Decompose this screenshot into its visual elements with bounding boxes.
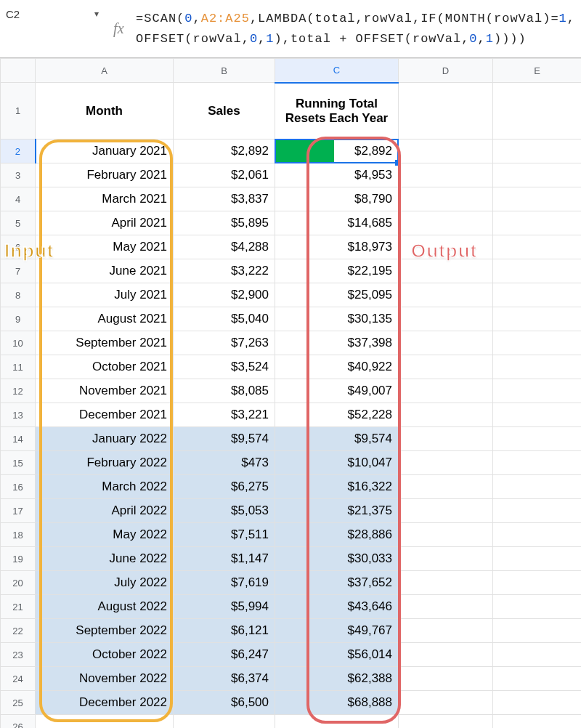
- cell-E5[interactable]: [493, 211, 582, 235]
- cell-C18[interactable]: $28,886: [275, 523, 399, 547]
- cell-D20[interactable]: [399, 571, 493, 595]
- row-header-9[interactable]: 9: [1, 307, 36, 331]
- cell-A9[interactable]: August 2021: [36, 307, 174, 331]
- row-header-3[interactable]: 3: [1, 163, 36, 187]
- column-header-D[interactable]: D: [399, 59, 493, 83]
- cell-E16[interactable]: [493, 475, 582, 499]
- row-header-17[interactable]: 17: [1, 499, 36, 523]
- cell-A22[interactable]: September 2022: [36, 619, 174, 643]
- column-header-B[interactable]: B: [174, 59, 275, 83]
- cell-D4[interactable]: [399, 187, 493, 211]
- cell-E12[interactable]: [493, 379, 582, 403]
- row-header-20[interactable]: 20: [1, 571, 36, 595]
- row-header-10[interactable]: 10: [1, 331, 36, 355]
- sheet-grid[interactable]: ABCDE 1MonthSalesRunning Total Resets Ea…: [0, 58, 581, 728]
- cell-D2[interactable]: [399, 139, 493, 163]
- cell-A3[interactable]: February 2021: [36, 163, 174, 187]
- row-header-4[interactable]: 4: [1, 187, 36, 211]
- row-header-11[interactable]: 11: [1, 355, 36, 379]
- cell-A7[interactable]: June 2021: [36, 259, 174, 283]
- cell-C10[interactable]: $37,398: [275, 331, 399, 355]
- cell-C4[interactable]: $8,790: [275, 187, 399, 211]
- cell-D7[interactable]: [399, 259, 493, 283]
- cell-D12[interactable]: [399, 379, 493, 403]
- row-header-23[interactable]: 23: [1, 643, 36, 667]
- cell-E19[interactable]: [493, 547, 582, 571]
- cell-B6[interactable]: $4,288: [174, 235, 275, 259]
- cell-E23[interactable]: [493, 643, 582, 667]
- cell-D6[interactable]: [399, 235, 493, 259]
- fill-handle[interactable]: [395, 160, 401, 166]
- cell-C17[interactable]: $21,375: [275, 499, 399, 523]
- cell-B7[interactable]: $3,222: [174, 259, 275, 283]
- cell-C14[interactable]: $9,574: [275, 427, 399, 451]
- cell-E8[interactable]: [493, 283, 582, 307]
- row-header-1[interactable]: 1: [1, 83, 36, 139]
- cell-D16[interactable]: [399, 475, 493, 499]
- cell-B20[interactable]: $7,619: [174, 571, 275, 595]
- column-header-C[interactable]: C: [275, 59, 399, 83]
- cell-A14[interactable]: January 2022: [36, 427, 174, 451]
- row-header-14[interactable]: 14: [1, 427, 36, 451]
- cell-E6[interactable]: [493, 235, 582, 259]
- cell-B3[interactable]: $2,061: [174, 163, 275, 187]
- cell-A25[interactable]: December 2022: [36, 691, 174, 715]
- cell-D24[interactable]: [399, 667, 493, 691]
- cell-C15[interactable]: $10,047: [275, 451, 399, 475]
- cell-B9[interactable]: $5,040: [174, 307, 275, 331]
- cell-B21[interactable]: $5,994: [174, 595, 275, 619]
- name-box-dropdown-icon[interactable]: ▾: [94, 9, 99, 19]
- row-header-16[interactable]: 16: [1, 475, 36, 499]
- cell-A20[interactable]: July 2022: [36, 571, 174, 595]
- cell-A16[interactable]: March 2022: [36, 475, 174, 499]
- cell-A4[interactable]: March 2021: [36, 187, 174, 211]
- row-header-24[interactable]: 24: [1, 667, 36, 691]
- cell-D1[interactable]: [399, 83, 493, 139]
- cell-E17[interactable]: [493, 499, 582, 523]
- cell-D14[interactable]: [399, 427, 493, 451]
- row-header-12[interactable]: 12: [1, 379, 36, 403]
- cell-D5[interactable]: [399, 211, 493, 235]
- cell-C20[interactable]: $37,652: [275, 571, 399, 595]
- cell-D8[interactable]: [399, 283, 493, 307]
- cell-C7[interactable]: $22,195: [275, 259, 399, 283]
- cell-C12[interactable]: $49,007: [275, 379, 399, 403]
- cell-D3[interactable]: [399, 163, 493, 187]
- cell-D17[interactable]: [399, 499, 493, 523]
- cell-C13[interactable]: $52,228: [275, 403, 399, 427]
- cell-C22[interactable]: $49,767: [275, 619, 399, 643]
- cell-B23[interactable]: $6,247: [174, 643, 275, 667]
- cell-B18[interactable]: $7,511: [174, 523, 275, 547]
- formula-bar[interactable]: =SCAN(0,A2:A25,LAMBDA(total,rowVal,IF(MO…: [133, 0, 581, 57]
- cell-B24[interactable]: $6,374: [174, 667, 275, 691]
- cell-E1[interactable]: [493, 83, 582, 139]
- cell-E25[interactable]: [493, 691, 582, 715]
- cell-A13[interactable]: December 2021: [36, 403, 174, 427]
- cell-E21[interactable]: [493, 595, 582, 619]
- cell-B26[interactable]: [174, 715, 275, 729]
- cell-C3[interactable]: $4,953: [275, 163, 399, 187]
- name-box[interactable]: C2 ▾: [6, 4, 99, 23]
- row-header-19[interactable]: 19: [1, 547, 36, 571]
- cell-B5[interactable]: $5,895: [174, 211, 275, 235]
- cell-B2[interactable]: $2,892: [174, 139, 275, 163]
- cell-D9[interactable]: [399, 307, 493, 331]
- cell-E10[interactable]: [493, 331, 582, 355]
- cell-A19[interactable]: June 2022: [36, 547, 174, 571]
- cell-E11[interactable]: [493, 355, 582, 379]
- cell-B22[interactable]: $6,121: [174, 619, 275, 643]
- cell-A17[interactable]: April 2022: [36, 499, 174, 523]
- cell-D22[interactable]: [399, 619, 493, 643]
- cell-E18[interactable]: [493, 523, 582, 547]
- cell-C6[interactable]: $18,973: [275, 235, 399, 259]
- cell-C8[interactable]: $25,095: [275, 283, 399, 307]
- cell-C19[interactable]: $30,033: [275, 547, 399, 571]
- cell-E13[interactable]: [493, 403, 582, 427]
- cell-C2[interactable]: $2,892: [275, 139, 399, 163]
- cell-E20[interactable]: [493, 571, 582, 595]
- cell-A5[interactable]: April 2021: [36, 211, 174, 235]
- cell-B10[interactable]: $7,263: [174, 331, 275, 355]
- cell-C5[interactable]: $14,685: [275, 211, 399, 235]
- cell-A26[interactable]: [36, 715, 174, 729]
- cell-B12[interactable]: $8,085: [174, 379, 275, 403]
